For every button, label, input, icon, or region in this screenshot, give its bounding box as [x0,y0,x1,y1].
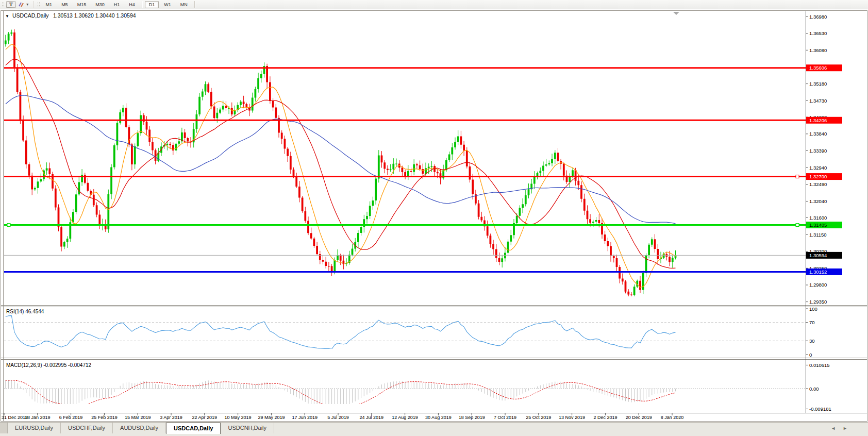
price-tick-label: 1.33390 [809,148,827,154]
date-tick-label: 15 Mar 2019 [125,415,151,420]
date-tick-label: 10 May 2019 [225,415,252,420]
date-tick-label: 29 May 2019 [258,415,285,420]
date-tick-label: 8 Jan 2020 [661,415,684,420]
hline-badge-label: 1.34206 [809,118,827,123]
text-tool-button[interactable]: T [6,1,16,8]
toolbar-separator [33,1,34,8]
price-tick-label: 1.36980 [809,14,827,20]
timeframe-d1[interactable]: D1 [145,1,159,8]
chart-title-collapse-icon[interactable]: ▼ [5,14,9,19]
rsi-tick-label: 30 [809,338,815,344]
date-tick-label: 20 Dec 2019 [626,415,652,420]
tab-usdcad-daily[interactable]: USDCAD,Daily [166,423,221,434]
date-tick-label: 6 Feb 2019 [59,415,83,420]
toolbar-drag-handle-2[interactable] [37,1,40,8]
chart-title: USDCAD,Daily [12,12,49,19]
tab-usdchf-daily[interactable]: USDCHF,Daily [61,423,113,433]
hline-badge-label: 1.31405 [809,222,827,228]
rsi-tick-label: 70 [809,320,815,325]
date-tick-label: 24 Jul 2019 [360,415,384,420]
date-tick-label: 13 Nov 2019 [559,415,585,420]
chart-background [0,9,868,422]
date-tick-label: 17 Jun 2019 [292,415,318,420]
price-tick-label: 1.34730 [809,98,827,104]
rsi-tick-label: 0 [809,352,812,358]
tab-audusd-daily[interactable]: AUDUSD,Daily [113,423,166,433]
tab-bar-corner [0,423,8,433]
price-tick-label: 1.31600 [809,215,827,221]
toolbar-drag-handle[interactable] [1,1,5,8]
hline-badge-label: 1.35606 [809,65,827,71]
date-tick-label: 5 Jul 2019 [327,415,349,420]
price-tick-label: 1.33840 [809,131,827,137]
date-tick-label: 18 Jan 2019 [25,415,51,420]
hline-badge-label: 1.32700 [809,174,827,179]
date-tick-label: 25 Oct 2019 [526,415,551,420]
price-tick-label: 1.29800 [809,282,827,288]
timeframe-mn[interactable]: MN [176,1,192,8]
date-tick-label: 7 Oct 2019 [494,415,516,420]
timeframe-w1[interactable]: W1 [160,1,175,8]
macd-tick-label: -0.009181 [809,406,831,412]
macd-indicator-label: MACD(12,26,9) -0.002995 -0.004712 [6,362,92,368]
symbol-tab-bar: EURUSD,DailyUSDCHF,DailyAUDUSD,DailyUSDC… [0,422,868,436]
price-tick-label: 1.32490 [809,181,827,187]
chart-window[interactable]: 1.369801.365301.360801.351801.347301.342… [0,9,868,422]
timeframe-h4[interactable]: H4 [125,1,139,8]
top-toolbar: T ▼ M1M5M15M30H1H4D1W1MN [0,0,868,9]
price-tick-label: 1.29350 [809,299,827,305]
timeframe-m30[interactable]: M30 [91,1,109,8]
toolbar-separator [142,1,142,8]
timeframe-m15[interactable]: M15 [73,1,91,8]
tab-eurusd-daily[interactable]: EURUSD,Daily [8,423,61,433]
hline-handle-icon[interactable] [796,224,799,227]
macd-tick-label: 0.010615 [809,362,830,368]
toolbar-separator [194,1,195,8]
date-tick-label: 3 Apr 2019 [160,415,182,420]
macd-tick-label: 0.00 [809,386,819,392]
dropdown-arrow-icon: ▼ [26,3,29,6]
timeframe-m1[interactable]: M1 [42,1,57,8]
price-tick-label: 1.35180 [809,81,827,87]
chart-canvas[interactable]: 1.369801.365301.360801.351801.347301.342… [0,9,868,422]
timeframe-m5[interactable]: M5 [57,1,72,8]
hline-handle-icon[interactable] [796,175,799,178]
date-tick-label: 22 Apr 2019 [192,415,218,420]
date-tick-label: 12 Aug 2019 [392,415,418,420]
rsi-tick-label: 100 [809,306,817,312]
arrange-charts-button[interactable]: ▼ [16,1,31,8]
price-tick-label: 1.36080 [809,47,827,53]
rsi-indicator-label: RSI(14) 46.4544 [6,309,44,314]
timeframe-h1[interactable]: H1 [110,1,124,8]
arrange-icon [18,2,25,8]
current-price-badge-label: 1.30594 [809,253,827,258]
date-tick-label: 30 Aug 2019 [425,415,452,420]
date-tick-label: 2 Dec 2019 [593,415,617,420]
date-tick-label: 25 Feb 2019 [91,415,118,420]
tab-scroll-right-icon[interactable]: ► [843,426,847,431]
hline-badge-label: 1.30152 [809,269,827,275]
price-tick-label: 1.36530 [809,30,827,36]
date-tick-label: 31 Dec 2018 [2,415,28,420]
tab-scroll-left-icon[interactable]: ◄ [831,426,836,431]
date-tick-label: 18 Sep 2019 [459,415,485,420]
tab-usdcnh-daily[interactable]: USDCNH,Daily [221,423,274,433]
chart-ohlc-values: 1.30513 1.30620 1.30440 1.30594 [53,12,136,19]
price-tick-label: 1.32040 [809,198,827,204]
price-tick-label: 1.32940 [809,165,827,171]
price-tick-label: 1.31150 [809,232,827,238]
hline-handle-icon[interactable] [7,224,10,227]
